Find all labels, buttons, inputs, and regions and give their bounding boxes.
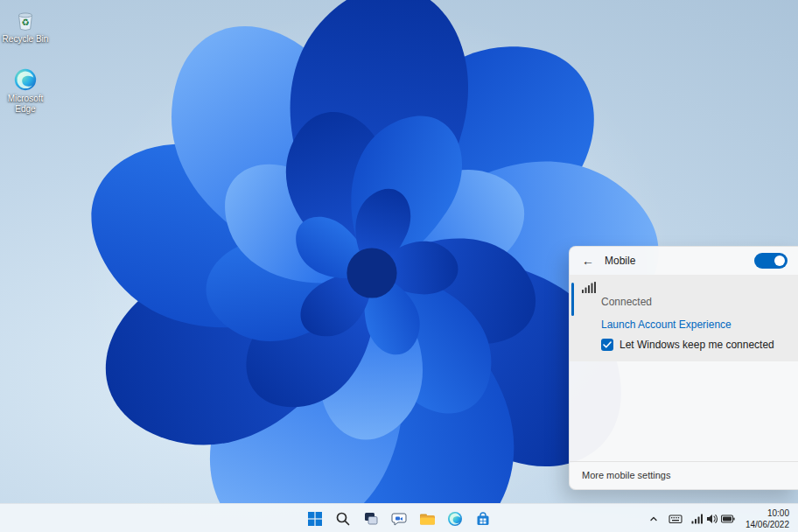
keep-connected-label: Let Windows keep me connected <box>620 339 774 351</box>
check-icon <box>603 341 612 348</box>
taskbar-tray: 10:00 14/06/2022 <box>644 504 794 532</box>
tray-date: 14/06/2022 <box>746 519 789 530</box>
back-button[interactable]: ← <box>577 251 599 270</box>
edge-button[interactable] <box>443 508 467 530</box>
recycle-bin-icon: ♻ <box>12 7 38 33</box>
desktop-icon-recycle-bin[interactable]: ♻ Recycle Bin <box>2 7 49 45</box>
file-explorer-icon <box>419 511 436 527</box>
volume-icon <box>706 514 718 524</box>
windows-start-icon <box>307 511 323 527</box>
desktop-icon-label: Recycle Bin <box>2 34 49 45</box>
microsoft-store-icon <box>475 511 491 527</box>
taskbar-center-icons <box>303 504 495 532</box>
store-button[interactable] <box>471 508 495 530</box>
cellular-signal-tray-icon <box>691 514 704 524</box>
panel-title: Mobile <box>605 255 635 267</box>
toggle-knob <box>774 256 785 266</box>
network-volume-battery-button[interactable] <box>688 508 738 530</box>
svg-text:♻: ♻ <box>21 18 29 27</box>
cellular-signal-icon <box>582 282 596 293</box>
panel-header: ← Mobile <box>570 247 798 275</box>
panel-spacer <box>570 361 798 461</box>
task-view-button[interactable] <box>359 508 383 530</box>
connection-status: Connected <box>601 296 788 308</box>
start-button[interactable] <box>303 508 327 530</box>
mobile-flyout-panel: ← Mobile Connected Launch Account Experi… <box>569 246 798 490</box>
tray-time: 10:00 <box>746 508 789 519</box>
file-explorer-button[interactable] <box>415 508 439 530</box>
network-list-item[interactable]: Connected Launch Account Experience Let … <box>570 275 798 361</box>
desktop-icon-label: Microsoft Edge <box>2 94 49 114</box>
hidden-icons-button[interactable] <box>644 508 663 530</box>
desktop: ♻ Recycle Bin Microsoft Edge ← Mobile <box>0 0 798 532</box>
battery-icon <box>721 514 735 523</box>
keep-connected-row[interactable]: Let Windows keep me connected <box>601 339 788 351</box>
clock[interactable]: 10:00 14/06/2022 <box>740 508 794 530</box>
mobile-toggle[interactable] <box>754 253 788 269</box>
search-icon <box>335 511 351 527</box>
edge-taskbar-icon <box>447 511 463 527</box>
launch-account-link[interactable]: Launch Account Experience <box>601 318 788 331</box>
touch-keyboard-icon <box>668 513 682 525</box>
desktop-icon-microsoft-edge[interactable]: Microsoft Edge <box>2 66 49 114</box>
more-mobile-settings[interactable]: More mobile settings <box>570 461 798 489</box>
taskbar: 10:00 14/06/2022 <box>0 503 798 532</box>
checkbox-checked-icon[interactable] <box>601 339 613 351</box>
touch-keyboard-button[interactable] <box>665 508 686 530</box>
selection-accent-bar <box>571 283 574 316</box>
chat-button[interactable] <box>387 508 411 530</box>
back-arrow-icon: ← <box>582 254 594 268</box>
chat-icon <box>391 511 407 527</box>
search-button[interactable] <box>331 508 355 530</box>
task-view-icon <box>363 511 379 527</box>
edge-icon <box>12 66 38 93</box>
chevron-up-icon <box>648 513 660 525</box>
